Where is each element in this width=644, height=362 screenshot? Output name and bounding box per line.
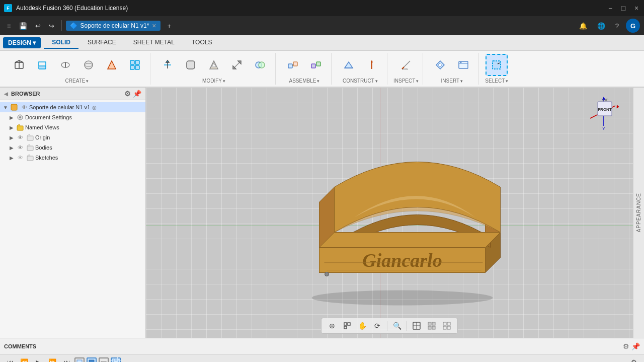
browser-collapse-button[interactable]: ◀ — [4, 91, 8, 97]
timeline-settings-button[interactable]: ⚙ — [628, 356, 640, 363]
tree-item-named-views[interactable]: ▶ Named Views — [0, 122, 145, 132]
user-avatar[interactable]: G — [626, 19, 640, 33]
vp-hand-button[interactable]: ✋ — [356, 319, 369, 332]
doc-title: Soporte de celular N1 v1* — [80, 22, 149, 29]
redo-button[interactable]: ↪ — [46, 21, 57, 31]
svg-rect-7 — [135, 60, 139, 64]
close-tab-button[interactable]: × — [152, 22, 156, 30]
tree-arrow-named-views[interactable]: ▶ — [8, 124, 15, 131]
tree-icon-gear — [16, 113, 24, 121]
svg-rect-48 — [348, 323, 350, 325]
playback-prev-button[interactable]: ⏪ — [18, 356, 30, 363]
tree-label-bodies: Bodies — [35, 144, 52, 151]
activate-icon-root[interactable]: ◎ — [92, 105, 97, 110]
timeline-item-4[interactable] — [111, 357, 121, 363]
eye-icon-sketches[interactable]: 👁 — [16, 154, 24, 162]
vp-display2-button[interactable] — [425, 319, 438, 332]
svg-point-3 — [85, 61, 93, 69]
create-more-button[interactable] — [124, 54, 146, 76]
comments-settings-button[interactable]: ⚙ — [623, 342, 629, 350]
timeline-item-2[interactable] — [87, 357, 97, 363]
svg-rect-11 — [187, 61, 195, 69]
svg-text:Y: Y — [602, 126, 605, 131]
vp-pan-button[interactable] — [341, 319, 354, 332]
eye-icon-bodies[interactable]: 👁 — [16, 143, 24, 152]
undo-button[interactable]: ↩ — [32, 21, 44, 31]
inspect-measure-button[interactable]: mm — [395, 54, 417, 76]
svg-text:FRONT: FRONT — [598, 107, 612, 112]
browser-panel: ◀ BROWSER ⚙ 📌 ▼ 👁 Soporte de celular N1 … — [0, 88, 146, 338]
ribbon: CREATE ▾ — [0, 51, 644, 87]
create-pattern-button[interactable] — [101, 54, 123, 76]
browser-settings-button[interactable]: ⚙ — [124, 90, 131, 98]
tab-solid[interactable]: SOLID — [44, 37, 78, 49]
playback-play-button[interactable]: ▶ — [32, 356, 44, 363]
modify-pushpull-button[interactable] — [156, 54, 179, 76]
modify-fillet-button[interactable] — [180, 54, 202, 76]
insert-canvas-button[interactable] — [452, 54, 474, 76]
minimize-button[interactable]: − — [607, 5, 614, 12]
modify-shell-button[interactable] — [203, 54, 225, 76]
construct-axis-button[interactable] — [361, 54, 383, 76]
doc-tab[interactable]: 🔷 Soporte de celular N1 v1* × — [66, 21, 160, 31]
construct-plane-button[interactable] — [338, 54, 360, 76]
svg-rect-62 — [89, 360, 94, 363]
brand-text-front: Giancarlo — [363, 249, 442, 270]
tab-sheet-metal[interactable]: SHEET METAL — [125, 37, 183, 49]
tree-label-sketches: Sketches — [35, 155, 58, 161]
tree-arrow-sketches[interactable]: ▶ — [8, 154, 15, 161]
tree-item-root[interactable]: ▼ 👁 Soporte de celular N1 v1 ◎ — [0, 102, 145, 112]
tab-tools[interactable]: TOOLS — [184, 37, 220, 49]
notifications-button[interactable]: 🔔 — [576, 21, 590, 31]
eye-icon-root[interactable]: 👁 — [20, 103, 28, 111]
assemble-items — [282, 54, 327, 76]
assemble-asbuilt-button[interactable] — [305, 54, 327, 76]
playback-end-button[interactable]: ⏭ — [60, 356, 72, 363]
ribbon-toolbar: DESIGN ▾ SOLID SURFACE SHEET METAL TOOLS — [0, 35, 644, 88]
tree-arrow-root[interactable]: ▼ — [2, 104, 9, 111]
assemble-joint-button[interactable] — [282, 54, 304, 76]
create-sphere-button[interactable] — [77, 54, 100, 76]
design-dropdown-button[interactable]: DESIGN ▾ — [3, 37, 41, 48]
comments-pin-button[interactable]: 📌 — [631, 342, 640, 350]
vp-orbit-button[interactable]: ⊕ — [326, 319, 339, 332]
modify-scale-button[interactable] — [226, 54, 248, 76]
maximize-button[interactable]: □ — [620, 5, 627, 12]
eye-icon-origin[interactable]: 👁 — [16, 133, 24, 141]
timeline-item-3[interactable] — [99, 357, 109, 363]
tab-surface[interactable]: SURFACE — [79, 37, 124, 49]
tree-arrow-bodies[interactable]: ▶ — [8, 144, 15, 151]
vp-zoom-button[interactable]: 🔍 — [390, 319, 404, 332]
svg-rect-53 — [428, 322, 431, 325]
tree-arrow-origin[interactable]: ▶ — [8, 134, 15, 141]
tree-item-doc-settings[interactable]: ▶ Document Settings — [0, 112, 145, 122]
playback-start-button[interactable]: ⏮ — [4, 356, 16, 363]
help-button[interactable]: ? — [612, 21, 622, 31]
nav-cube[interactable]: Y FRONT TOP — [588, 96, 618, 131]
create-box-button[interactable] — [8, 54, 30, 76]
tree-label-origin: Origin — [35, 134, 50, 140]
modify-combine-button[interactable] — [249, 54, 271, 76]
vp-display3-button[interactable] — [440, 319, 453, 332]
tree-arrow-doc-settings[interactable]: ▶ — [8, 114, 15, 121]
create-revolve-button[interactable] — [54, 54, 76, 76]
close-button[interactable]: × — [633, 5, 640, 12]
add-tab-button[interactable]: + — [165, 21, 175, 31]
playback-next-button[interactable]: ⏩ — [46, 356, 58, 363]
create-extrude-button[interactable] — [31, 54, 53, 76]
tree-item-origin[interactable]: ▶ 👁 Origin — [0, 132, 145, 142]
vp-display1-button[interactable] — [410, 319, 423, 332]
browser-pin-button[interactable]: 📌 — [133, 90, 141, 98]
tree-item-sketches[interactable]: ▶ 👁 Sketches — [0, 153, 145, 163]
insert-mesh-button[interactable] — [429, 54, 451, 76]
tree-item-bodies[interactable]: ▶ 👁 Bodies — [0, 142, 145, 153]
svg-rect-49 — [344, 326, 347, 329]
viewport[interactable]: Giancarlo — [146, 88, 633, 338]
online-button[interactable]: 🌐 — [594, 21, 608, 31]
menu-button[interactable]: ≡ — [4, 21, 14, 31]
select-box-button[interactable] — [486, 54, 508, 76]
vp-rotate-button[interactable]: ⟳ — [371, 319, 384, 332]
save-button[interactable]: 💾 — [16, 21, 30, 31]
timeline-item-1[interactable] — [74, 357, 85, 363]
svg-rect-60 — [447, 326, 450, 329]
